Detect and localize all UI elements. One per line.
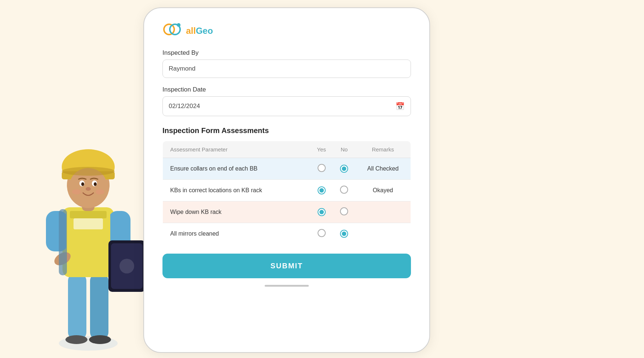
phone-bottom-bar [265,285,309,287]
row2-parameter: KBs in correct locations on KB rack [163,180,310,201]
table-row: Ensure collars on end of each BB All Che… [163,158,411,180]
row3-remarks [355,201,411,223]
svg-point-26 [119,259,134,273]
row2-no[interactable] [333,180,355,201]
inspection-date-input-wrapper[interactable]: 02/12/2024 📅 [162,96,411,116]
svg-point-4 [89,335,111,344]
svg-point-3 [65,335,87,344]
worker-illustration [29,79,147,358]
row3-no[interactable] [333,201,355,223]
phone-sidebar-bar [143,89,144,118]
svg-point-32 [177,23,180,27]
svg-rect-28 [59,209,67,275]
svg-point-21 [86,187,91,191]
svg-point-23 [96,189,104,194]
row1-no-radio[interactable] [340,165,348,173]
col-header-parameter: Assessment Parameter [163,141,310,158]
col-header-no: No [333,141,355,158]
table-row: Wipe down KB rack [163,201,411,223]
row2-remarks: Okayed [355,180,411,201]
row1-yes-radio[interactable] [318,164,326,172]
inspected-by-input[interactable] [169,65,405,72]
calendar-icon[interactable]: 📅 [396,102,405,111]
svg-point-29 [62,167,115,176]
svg-point-22 [72,189,81,194]
row1-parameter: Ensure collars on end of each BB [163,158,310,180]
col-header-remarks: Remarks [355,141,411,158]
inspected-by-input-wrapper[interactable] [162,60,411,78]
row1-yes[interactable] [310,158,333,180]
row3-yes-radio[interactable] [318,208,326,216]
row4-yes[interactable] [310,223,333,245]
row2-no-radio[interactable] [340,186,348,194]
row4-parameter: All mirrors cleaned [163,223,310,245]
row1-remarks: All Checked [355,158,411,180]
row2-yes-radio[interactable] [318,186,326,194]
inspection-date-value: 02/12/2024 [169,103,200,110]
table-row: KBs in correct locations on KB rack Okay… [163,180,411,201]
row4-remarks [355,223,411,245]
svg-point-20 [94,182,97,186]
phone-frame: allGeo Inspected By Inspection Date 02/1… [143,7,430,353]
svg-point-19 [81,182,84,186]
col-header-yes: Yes [310,141,333,158]
row4-no-radio[interactable] [340,230,348,238]
row4-yes-radio[interactable] [318,229,326,237]
svg-rect-2 [90,273,108,340]
row2-yes[interactable] [310,180,333,201]
submit-button[interactable]: SUBMIT [162,254,411,278]
svg-rect-10 [70,211,107,218]
inspected-by-label: Inspected By [162,49,411,57]
row3-yes[interactable] [310,201,333,223]
row4-no[interactable] [333,223,355,245]
row1-no[interactable] [333,158,355,180]
logo-text: allGeo [186,26,213,36]
svg-rect-1 [68,273,86,340]
row3-parameter: Wipe down KB rack [163,201,310,223]
section-title: Inspection Form Assessments [162,126,411,135]
assessment-table: Assessment Parameter Yes No Remarks Ensu… [162,141,411,245]
logo-icon [162,23,183,39]
svg-rect-9 [74,218,103,229]
table-row: All mirrors cleaned [163,223,411,245]
row3-no-radio[interactable] [340,207,348,215]
table-header-row: Assessment Parameter Yes No Remarks [163,141,411,158]
inspection-date-label: Inspection Date [162,86,411,93]
logo-area: allGeo [162,23,411,39]
